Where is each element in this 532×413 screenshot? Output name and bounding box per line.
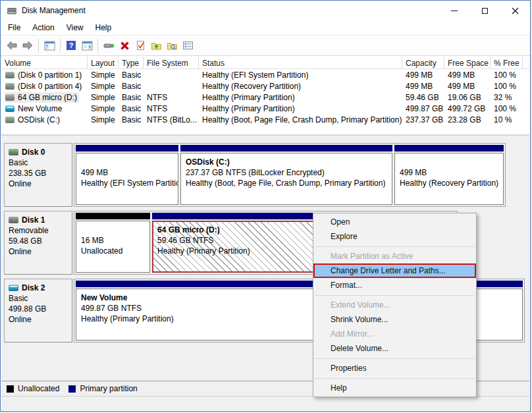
menu-file[interactable]: File [2, 21, 26, 34]
column-header-pct-free[interactable]: % Free [491, 57, 523, 69]
disk0-partitions: 499 MB Healthy (EFI System Partition) OS… [74, 143, 506, 207]
table-row[interactable]: New Volume Simple Basic NTFS Healthy (Pr… [1, 103, 529, 114]
volume-name: 64 GB micro (D:) [18, 93, 77, 102]
properties-list-icon [182, 41, 194, 50]
close-icon [512, 7, 519, 14]
column-header-status[interactable]: Status [199, 57, 402, 69]
menu-item-format[interactable]: Format... [313, 278, 476, 292]
menu-item-explore[interactable]: Explore [313, 229, 476, 244]
primary-partition-bar [394, 145, 504, 151]
minimize-button[interactable] [439, 1, 469, 20]
properties-button[interactable] [180, 38, 196, 53]
cell-layout: Simple [88, 93, 119, 102]
open-folder-icon [151, 41, 162, 51]
table-row[interactable]: OSDisk (C:) Simple Basic NTFS (BitLo... … [1, 114, 529, 125]
partition-unallocated[interactable]: 16 MB Unallocated [76, 213, 150, 273]
partition-status: Unallocated [81, 246, 145, 256]
back-button[interactable] [4, 38, 20, 53]
partition-osdisk-c[interactable]: OSDisk (C:) 237.37 GB NTFS (BitLocker En… [180, 145, 392, 205]
menu-item-add-mirror: Add Mirror... [313, 327, 476, 341]
cell-type: Basic [119, 93, 144, 102]
column-header-capacity[interactable]: Capacity [402, 57, 444, 69]
cell-free-space: 499 MB [444, 82, 491, 91]
menu-item-delete-volume[interactable]: Delete Volume... [313, 341, 476, 356]
cell-pct-free: 10 % [491, 115, 523, 124]
cell-layout: Simple [88, 82, 119, 91]
toolbar-separator [38, 39, 39, 52]
context-menu: Open Explore Mark Partition as Active Ch… [313, 213, 477, 397]
menu-separator [315, 295, 475, 296]
menu-view[interactable]: View [61, 21, 90, 34]
disk-state: Online [9, 246, 68, 257]
disk-state: Online [9, 314, 68, 325]
legend-label-unallocated: Unallocated [18, 384, 59, 393]
show-console-tree-button[interactable] [41, 38, 57, 53]
disk1-header[interactable]: Disk 1 Removable 59.48 GB Online [4, 211, 72, 275]
primary-partition-bar [76, 145, 178, 151]
close-button[interactable] [500, 1, 530, 20]
volume-drive-icon [5, 94, 14, 101]
disk-size: 499.88 GB [9, 304, 68, 314]
cell-file-system: NTFS (BitLo... [144, 115, 199, 124]
explore-button[interactable] [164, 38, 180, 53]
column-header-layout[interactable]: Layout [88, 57, 119, 69]
disk-kind: Removable [9, 225, 68, 236]
volume-name: OSDisk (C:) [18, 115, 60, 124]
partition-name: OSDisk (C:) [186, 157, 387, 167]
mark-partition-active-button[interactable] [132, 38, 148, 53]
disk-name: Disk 0 [22, 147, 45, 157]
column-header-file-system[interactable]: File System [144, 57, 199, 69]
cell-file-system: NTFS [144, 93, 199, 102]
cell-layout: Simple [88, 70, 119, 80]
volume-drive-icon [5, 117, 14, 123]
cell-type: Basic [119, 104, 144, 113]
open-button[interactable] [148, 38, 164, 53]
action-pane-icon [82, 41, 93, 51]
delete-volume-button[interactable] [117, 38, 132, 53]
menu-action[interactable]: Action [26, 21, 60, 34]
cell-free-space: 19.06 GB [444, 93, 491, 102]
maximize-button[interactable] [469, 1, 500, 20]
cell-type: Basic [119, 115, 144, 124]
cell-capacity: 237.37 GB [402, 115, 444, 124]
menu-item-shrink-volume[interactable]: Shrink Volume... [313, 312, 476, 327]
cell-type: Basic [119, 70, 144, 80]
menu-item-change-drive-letter-and-paths[interactable]: Change Drive Letter and Paths... [313, 263, 476, 278]
help-button[interactable]: ? [63, 38, 79, 53]
disk-size: 238.35 GB [9, 168, 68, 179]
menu-help[interactable]: Help [90, 21, 118, 34]
checkmark-document-icon [136, 40, 146, 51]
show-action-pane-button[interactable] [79, 38, 95, 53]
toolbar-separator [60, 39, 61, 52]
cell-status: Healthy (Primary Partition) [199, 104, 402, 113]
forward-arrow-icon [22, 40, 34, 51]
menu-item-properties[interactable]: Properties [313, 361, 476, 375]
menu-item-help[interactable]: Help [313, 381, 476, 395]
partition-status: Healthy (EFI System Partition) [81, 178, 173, 188]
cell-pct-free: 100 % [491, 70, 523, 80]
rescan-disks-button[interactable] [101, 38, 117, 53]
forward-button[interactable] [20, 38, 36, 53]
cell-pct-free: 100 % [491, 82, 523, 91]
column-header-type[interactable]: Type [119, 57, 144, 69]
primary-partition-swatch [68, 385, 76, 393]
table-row-selected[interactable]: 64 GB micro (D:) Simple Basic NTFS Healt… [1, 92, 529, 103]
partition-efi[interactable]: 499 MB Healthy (EFI System Partition) [76, 145, 178, 205]
column-header-volume[interactable]: Volume [1, 57, 88, 69]
disk2-header[interactable]: Disk 2 Basic 499.88 GB Online [4, 279, 72, 343]
column-header-free-space[interactable]: Free Space [444, 57, 491, 69]
table-row[interactable]: (Disk 0 partition 4) Simple Basic Health… [1, 80, 529, 92]
svg-text:?: ? [69, 41, 74, 49]
toolbar-separator [97, 39, 98, 52]
cell-free-space: 499 MB [444, 70, 491, 80]
menu-separator [315, 246, 475, 247]
partition-recovery[interactable]: 499 MB Healthy (Recovery Partition) [394, 145, 504, 205]
table-row[interactable]: (Disk 0 partition 1) Simple Basic Health… [1, 69, 529, 80]
cell-capacity: 59.46 GB [402, 93, 444, 102]
disk-name: Disk 1 [22, 215, 45, 225]
volume-list: Volume Layout Type File System Status Ca… [1, 57, 529, 134]
cell-free-space: 23.28 GB [444, 115, 491, 124]
menu-item-open[interactable]: Open [313, 215, 476, 229]
unallocated-bar [76, 213, 150, 219]
disk0-header[interactable]: Disk 0 Basic 238.35 GB Online [4, 143, 72, 207]
